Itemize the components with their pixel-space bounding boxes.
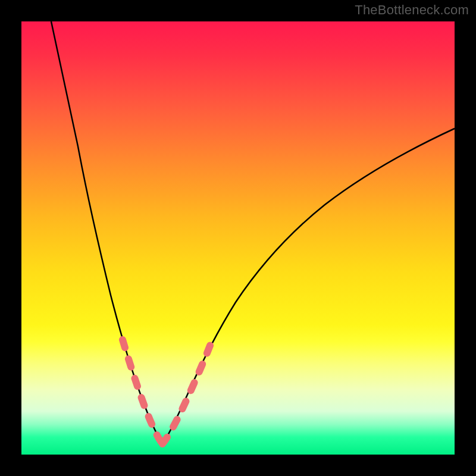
right-branch-curve [162, 129, 455, 444]
left-branch-curve [51, 21, 162, 444]
curve-layer [21, 21, 455, 455]
watermark-text: TheBottleneck.com [355, 2, 469, 18]
dotted-left-overlay [123, 340, 162, 444]
dotted-right-overlay [162, 341, 212, 444]
plot-area [21, 21, 455, 455]
chart-frame: TheBottleneck.com [0, 0, 476, 476]
